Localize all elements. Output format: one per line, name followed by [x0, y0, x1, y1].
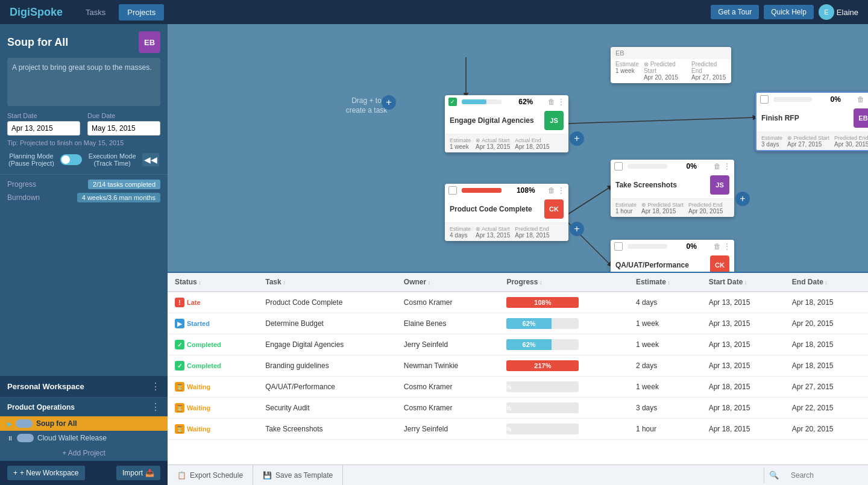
sidebar-nav: Personal Workspace ⋮ Product Operations …	[0, 376, 168, 461]
col-task[interactable]: Task	[258, 273, 397, 292]
add-btn-engage[interactable]: +	[570, 131, 584, 146]
left-panel: Soup for All EB A project to bring great…	[0, 24, 168, 485]
export-icon: 📋	[177, 471, 186, 480]
table-row[interactable]: ✓ Completed Engage Digital Agencies Jerr…	[168, 334, 868, 355]
product-ops-menu-btn[interactable]: ⋮	[151, 401, 160, 413]
add-btn-product[interactable]: +	[570, 222, 584, 236]
task-end: Apr 22, 2015	[785, 398, 868, 419]
col-status[interactable]: Status	[168, 273, 258, 292]
card-footer-rfp: Estimate3 days ⊗ Predicted StartApr 27, …	[756, 131, 868, 150]
task-estimate: 1 week	[629, 377, 702, 398]
canvas-area[interactable]: Drag + tocreate a task + EB Estimate1 we…	[168, 24, 868, 272]
due-date-input[interactable]	[87, 121, 160, 136]
task-start: Apr 13, 2015	[702, 292, 785, 313]
burndown-value: 4 weeks/3.6 man months	[77, 193, 160, 202]
task-name: Branding guidelines	[258, 355, 397, 377]
card-more-qa[interactable]: ⋮	[723, 242, 731, 251]
save-template-btn[interactable]: 💾 Save as Template	[253, 465, 343, 485]
sidebar-item-cloud-wallet[interactable]: ⏸ Cloud Wallet Release	[0, 431, 168, 445]
task-owner: Cosmo Kramer	[397, 377, 500, 398]
project-description[interactable]: A project to bring great soup to the mas…	[7, 58, 160, 106]
due-date-label: Due Date	[87, 112, 160, 119]
task-estimate: 3 days	[629, 398, 702, 419]
search-icon: 🔍	[764, 471, 784, 480]
table-row[interactable]: ⏳ Waiting QA/UAT/Performance Cosmo Krame…	[168, 377, 868, 398]
card-delete-engage[interactable]: 🗑	[548, 98, 555, 106]
svg-line-2	[568, 187, 611, 214]
personal-workspace-label: Personal Workspace	[7, 382, 84, 391]
project-name-1: Soup for All	[36, 419, 77, 428]
start-date-input[interactable]	[7, 121, 80, 136]
col-start[interactable]: Start Date	[702, 273, 785, 292]
task-end: Apr 18, 2015	[785, 355, 868, 377]
back-button[interactable]: ◀◀	[142, 153, 159, 166]
card-more-engage[interactable]: ⋮	[558, 98, 565, 106]
card-checkbox-qa[interactable]	[614, 242, 623, 251]
task-owner: Jerry Seinfeld	[397, 334, 500, 355]
card-more-screenshots[interactable]: ⋮	[723, 162, 731, 171]
col-progress[interactable]: Progress	[499, 273, 629, 292]
card-title-rfp: Finish RFP	[761, 114, 854, 122]
export-schedule-btn[interactable]: 📋 Export Schedule	[168, 465, 253, 485]
table-row[interactable]: ⏳ Waiting Take Screenshots Jerry Seinfel…	[168, 419, 868, 440]
card-footer-engage: Estimate1 week ⊗ Actual StartApr 13, 201…	[445, 134, 568, 152]
add-btn-screenshots[interactable]: +	[735, 192, 750, 206]
get-tour-btn[interactable]: Get a Tour	[711, 5, 759, 19]
status-badge: ⏳ Waiting	[175, 424, 210, 434]
task-progress: 0%	[499, 419, 629, 440]
task-start: Apr 18, 2015	[702, 398, 785, 419]
col-owner[interactable]: Owner	[397, 273, 500, 292]
card-title-screenshots: Take Screenshots	[615, 181, 710, 189]
task-name: QA/UAT/Performance	[258, 377, 397, 398]
table-row[interactable]: ! Late Product Code Complete Cosmo Krame…	[168, 292, 868, 313]
task-card-screenshots[interactable]: 0% 🗑 ⋮ Take Screenshots JS Estimate1 hou…	[611, 160, 734, 217]
card-more-product[interactable]: ⋮	[558, 186, 565, 195]
user-avatar: E	[819, 4, 834, 20]
card-title-qa: QA/UAT/Performance	[615, 261, 710, 269]
card-delete-screenshots[interactable]: 🗑	[714, 162, 721, 171]
project-header: Soup for All EB A project to bring great…	[0, 24, 168, 175]
personal-workspace-section: Personal Workspace ⋮	[0, 376, 168, 397]
progress-value: 2/14 tasks completed	[88, 180, 160, 189]
user-menu[interactable]: E Elaine	[819, 4, 858, 20]
project-toggle-1[interactable]	[16, 419, 33, 428]
card-checkbox-engage[interactable]: ✓	[448, 98, 457, 106]
search-area: 🔍	[764, 468, 868, 483]
status-dot: ✓	[175, 361, 184, 371]
table-row[interactable]: ⏳ Waiting Security Audit Cosmo Kramer 0%…	[168, 398, 868, 419]
card-checkbox-product[interactable]	[448, 186, 457, 195]
task-name: Security Audit	[258, 398, 397, 419]
card-delete-rfp[interactable]: 🗑	[857, 95, 864, 104]
workspace-menu-btn[interactable]: ⋮	[151, 381, 160, 392]
card-checkbox-screenshots[interactable]	[614, 162, 623, 171]
col-estimate[interactable]: Estimate	[629, 273, 702, 292]
task-card-finish-rfp[interactable]: 0% 🗑 ⋮ Finish RFP EB Estimate3 days ⊗ Pr…	[755, 92, 868, 151]
status-badge: ▶ Started	[175, 319, 210, 328]
task-card-product[interactable]: 108% 🗑 ⋮ Product Code Complete CK Estima…	[445, 184, 568, 241]
app-logo: DigiSpoke	[10, 6, 63, 19]
task-name: Determine Budget	[258, 313, 397, 334]
import-btn[interactable]: Import 📥	[116, 466, 160, 480]
col-end[interactable]: End Date	[785, 273, 868, 292]
add-task-btn-left[interactable]: +	[382, 95, 396, 110]
nav-projects[interactable]: Projects	[119, 4, 164, 20]
table-row[interactable]: ✓ Completed Branding guidelines Newman T…	[168, 355, 868, 377]
task-card-engage[interactable]: ✓ 62% 🗑 ⋮ Engage Digital Agencies JS Est…	[445, 95, 568, 152]
search-input[interactable]	[784, 468, 868, 483]
project-toggle-2[interactable]	[17, 434, 34, 442]
card-percent-product: 108%	[506, 186, 546, 195]
nav-tasks[interactable]: Tasks	[77, 4, 114, 20]
status-dot: ⏳	[175, 424, 184, 434]
new-workspace-btn[interactable]: + + New Workspace	[7, 466, 85, 480]
task-name: Take Screenshots	[258, 419, 397, 440]
card-delete-qa[interactable]: 🗑	[714, 242, 721, 251]
card-delete-product[interactable]: 🗑	[548, 186, 555, 195]
quick-help-btn[interactable]: Quick Help	[764, 5, 814, 19]
card-checkbox-rfp[interactable]	[760, 95, 769, 104]
table-row[interactable]: ▶ Started Determine Budget Elaine Benes …	[168, 313, 868, 334]
mode-toggle[interactable]	[60, 154, 82, 165]
sidebar-item-soup-for-all[interactable]: ▶ Soup for All	[0, 416, 168, 431]
card-percent-qa: 0%	[672, 242, 712, 251]
add-project-btn[interactable]: + Add Project	[0, 445, 168, 461]
task-card-qa[interactable]: 0% 🗑 ⋮ QA/UAT/Performance CK Estimate1 w…	[611, 240, 734, 272]
